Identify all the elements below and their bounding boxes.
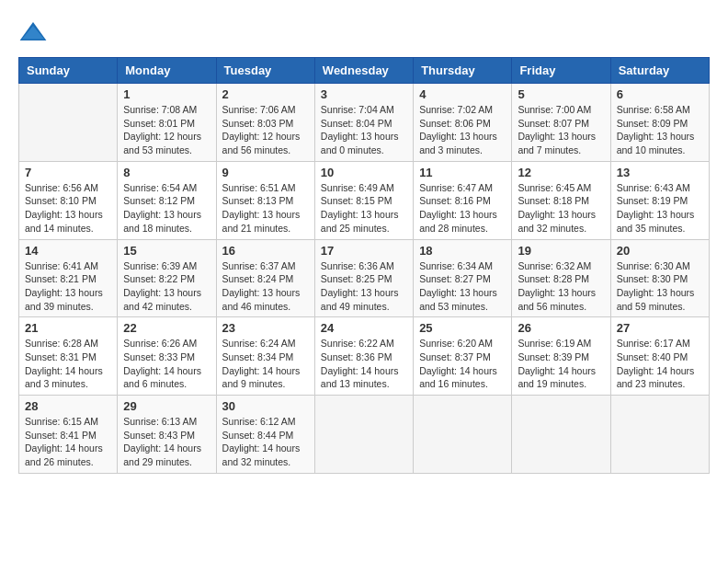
calendar-cell: 27Sunrise: 6:17 AM Sunset: 8:40 PM Dayli… [610, 317, 709, 396]
day-number: 29 [123, 399, 210, 413]
day-info: Sunrise: 6:47 AM Sunset: 8:16 PM Dayligh… [419, 181, 506, 236]
calendar-cell: 4Sunrise: 7:02 AM Sunset: 8:06 PM Daylig… [414, 84, 512, 162]
calendar-cell [314, 396, 413, 474]
calendar-cell: 18Sunrise: 6:34 AM Sunset: 8:27 PM Dayli… [414, 239, 512, 317]
calendar-cell [610, 396, 709, 474]
logo [18, 18, 51, 48]
day-number: 1 [123, 87, 210, 101]
day-info: Sunrise: 6:34 AM Sunset: 8:27 PM Dayligh… [419, 259, 506, 314]
calendar-week-row: 21Sunrise: 6:28 AM Sunset: 8:31 PM Dayli… [19, 317, 710, 396]
day-info: Sunrise: 6:45 AM Sunset: 8:18 PM Dayligh… [518, 181, 604, 236]
day-number: 25 [419, 321, 506, 335]
calendar-cell: 7Sunrise: 6:56 AM Sunset: 8:10 PM Daylig… [19, 161, 118, 239]
calendar-cell: 24Sunrise: 6:22 AM Sunset: 8:36 PM Dayli… [314, 317, 413, 396]
day-info: Sunrise: 6:26 AM Sunset: 8:33 PM Dayligh… [123, 337, 210, 391]
calendar-table: SundayMondayTuesdayWednesdayThursdayFrid… [18, 57, 710, 474]
day-number: 4 [419, 87, 506, 101]
day-info: Sunrise: 6:28 AM Sunset: 8:31 PM Dayligh… [25, 337, 111, 391]
calendar-cell: 11Sunrise: 6:47 AM Sunset: 8:16 PM Dayli… [414, 161, 512, 239]
calendar-week-row: 1Sunrise: 7:08 AM Sunset: 8:01 PM Daylig… [19, 84, 710, 162]
day-info: Sunrise: 6:49 AM Sunset: 8:15 PM Dayligh… [321, 181, 407, 236]
calendar-cell: 17Sunrise: 6:36 AM Sunset: 8:25 PM Dayli… [314, 239, 413, 317]
day-number: 11 [419, 166, 506, 179]
day-info: Sunrise: 6:24 AM Sunset: 8:34 PM Dayligh… [222, 337, 309, 391]
column-header-friday: Friday [512, 58, 610, 84]
calendar-cell: 10Sunrise: 6:49 AM Sunset: 8:15 PM Dayli… [314, 161, 413, 239]
column-header-monday: Monday [118, 58, 216, 84]
day-info: Sunrise: 6:41 AM Sunset: 8:21 PM Dayligh… [25, 259, 111, 314]
column-header-thursday: Thursday [414, 58, 512, 84]
day-number: 7 [25, 166, 111, 179]
day-number: 3 [321, 87, 407, 101]
day-info: Sunrise: 7:08 AM Sunset: 8:01 PM Dayligh… [123, 103, 210, 157]
logo-icon [18, 18, 48, 48]
day-info: Sunrise: 6:17 AM Sunset: 8:40 PM Dayligh… [617, 337, 703, 391]
day-number: 26 [518, 321, 604, 335]
day-number: 17 [321, 244, 407, 258]
calendar-cell [19, 84, 118, 162]
calendar-cell: 8Sunrise: 6:54 AM Sunset: 8:12 PM Daylig… [118, 161, 216, 239]
calendar-cell: 12Sunrise: 6:45 AM Sunset: 8:18 PM Dayli… [512, 161, 610, 239]
day-number: 13 [617, 166, 703, 179]
day-number: 8 [123, 166, 210, 179]
day-info: Sunrise: 6:30 AM Sunset: 8:30 PM Dayligh… [617, 259, 703, 314]
day-info: Sunrise: 6:51 AM Sunset: 8:13 PM Dayligh… [222, 181, 309, 236]
day-info: Sunrise: 6:37 AM Sunset: 8:24 PM Dayligh… [222, 259, 309, 314]
calendar-cell: 3Sunrise: 7:04 AM Sunset: 8:04 PM Daylig… [314, 84, 413, 162]
day-info: Sunrise: 7:00 AM Sunset: 8:07 PM Dayligh… [518, 103, 604, 157]
calendar-week-row: 14Sunrise: 6:41 AM Sunset: 8:21 PM Dayli… [19, 239, 710, 317]
calendar-cell [512, 396, 610, 474]
calendar-cell: 30Sunrise: 6:12 AM Sunset: 8:44 PM Dayli… [216, 396, 314, 474]
calendar-cell: 19Sunrise: 6:32 AM Sunset: 8:28 PM Dayli… [512, 239, 610, 317]
day-number: 5 [518, 87, 604, 101]
calendar-cell: 13Sunrise: 6:43 AM Sunset: 8:19 PM Dayli… [610, 161, 709, 239]
day-number: 14 [25, 244, 111, 258]
day-number: 9 [222, 166, 309, 179]
day-info: Sunrise: 6:13 AM Sunset: 8:43 PM Dayligh… [123, 415, 210, 469]
calendar-cell: 14Sunrise: 6:41 AM Sunset: 8:21 PM Dayli… [19, 239, 118, 317]
day-number: 24 [321, 321, 407, 335]
day-info: Sunrise: 6:54 AM Sunset: 8:12 PM Dayligh… [123, 181, 210, 236]
day-info: Sunrise: 6:36 AM Sunset: 8:25 PM Dayligh… [321, 259, 407, 314]
day-info: Sunrise: 6:19 AM Sunset: 8:39 PM Dayligh… [518, 337, 604, 391]
day-info: Sunrise: 6:56 AM Sunset: 8:10 PM Dayligh… [25, 181, 111, 236]
column-header-tuesday: Tuesday [216, 58, 314, 84]
day-info: Sunrise: 7:04 AM Sunset: 8:04 PM Dayligh… [321, 103, 407, 157]
day-info: Sunrise: 6:32 AM Sunset: 8:28 PM Dayligh… [518, 259, 604, 314]
day-number: 20 [617, 244, 703, 258]
calendar-cell: 2Sunrise: 7:06 AM Sunset: 8:03 PM Daylig… [216, 84, 314, 162]
day-number: 19 [518, 244, 604, 258]
day-info: Sunrise: 6:43 AM Sunset: 8:19 PM Dayligh… [617, 181, 703, 236]
calendar-cell: 23Sunrise: 6:24 AM Sunset: 8:34 PM Dayli… [216, 317, 314, 396]
calendar-cell: 29Sunrise: 6:13 AM Sunset: 8:43 PM Dayli… [118, 396, 216, 474]
day-info: Sunrise: 7:02 AM Sunset: 8:06 PM Dayligh… [419, 103, 506, 157]
day-number: 23 [222, 321, 309, 335]
calendar-cell: 28Sunrise: 6:15 AM Sunset: 8:41 PM Dayli… [19, 396, 118, 474]
day-info: Sunrise: 6:12 AM Sunset: 8:44 PM Dayligh… [222, 415, 309, 469]
svg-marker-1 [22, 26, 44, 39]
calendar-cell: 25Sunrise: 6:20 AM Sunset: 8:37 PM Dayli… [414, 317, 512, 396]
day-number: 18 [419, 244, 506, 258]
calendar-week-row: 7Sunrise: 6:56 AM Sunset: 8:10 PM Daylig… [19, 161, 710, 239]
calendar-week-row: 28Sunrise: 6:15 AM Sunset: 8:41 PM Dayli… [19, 396, 710, 474]
day-number: 21 [25, 321, 111, 335]
calendar-cell: 16Sunrise: 6:37 AM Sunset: 8:24 PM Dayli… [216, 239, 314, 317]
day-number: 2 [222, 87, 309, 101]
day-info: Sunrise: 7:06 AM Sunset: 8:03 PM Dayligh… [222, 103, 309, 157]
day-info: Sunrise: 6:58 AM Sunset: 8:09 PM Dayligh… [617, 103, 703, 157]
calendar-cell: 9Sunrise: 6:51 AM Sunset: 8:13 PM Daylig… [216, 161, 314, 239]
calendar-cell: 6Sunrise: 6:58 AM Sunset: 8:09 PM Daylig… [610, 84, 709, 162]
day-number: 10 [321, 166, 407, 179]
calendar-cell: 15Sunrise: 6:39 AM Sunset: 8:22 PM Dayli… [118, 239, 216, 317]
day-info: Sunrise: 6:20 AM Sunset: 8:37 PM Dayligh… [419, 337, 506, 391]
day-number: 15 [123, 244, 210, 258]
day-number: 12 [518, 166, 604, 179]
day-info: Sunrise: 6:39 AM Sunset: 8:22 PM Dayligh… [123, 259, 210, 314]
column-header-wednesday: Wednesday [314, 58, 413, 84]
calendar-cell [414, 396, 512, 474]
calendar-cell: 21Sunrise: 6:28 AM Sunset: 8:31 PM Dayli… [19, 317, 118, 396]
column-header-sunday: Sunday [19, 58, 118, 84]
day-number: 27 [617, 321, 703, 335]
day-number: 6 [617, 87, 703, 101]
calendar-cell: 20Sunrise: 6:30 AM Sunset: 8:30 PM Dayli… [610, 239, 709, 317]
